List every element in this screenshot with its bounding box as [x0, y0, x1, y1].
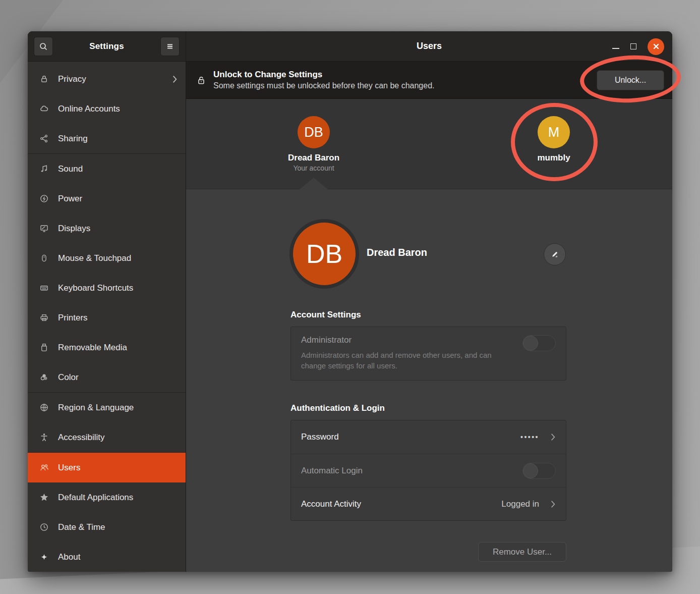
sidebar-item-label: Sound — [58, 164, 178, 174]
sidebar-item-privacy[interactable]: Privacy — [28, 64, 186, 94]
close-button[interactable] — [648, 38, 664, 55]
keyboard-icon — [39, 283, 49, 293]
administrator-label: Administrator — [301, 335, 556, 345]
unlock-banner-title: Unlock to Change Settings — [213, 69, 597, 80]
chevron-right-icon — [550, 500, 556, 508]
unlock-banner: Unlock to Change Settings Some settings … — [186, 62, 672, 99]
sidebar-item-printers[interactable]: Printers — [28, 303, 186, 333]
sidebar-item-label: Privacy — [58, 74, 172, 84]
unlock-button[interactable]: Unlock... — [597, 70, 664, 90]
printer-icon — [39, 313, 49, 323]
sidebar-item-label: Online Accounts — [58, 104, 178, 114]
toggle-knob — [523, 336, 538, 351]
sidebar-item-mouse-touchpad[interactable]: Mouse & Touchpad — [28, 243, 186, 273]
desktop-background: Settings Privacy — [0, 0, 700, 594]
sidebar-item-accessibility[interactable]: Accessibility — [28, 422, 186, 452]
search-button[interactable] — [34, 37, 53, 56]
close-icon — [653, 43, 660, 50]
automatic-login-label: Automatic Login — [301, 466, 363, 476]
profile-name: Dread Baron — [367, 247, 427, 258]
clock-icon — [39, 522, 49, 532]
edit-name-button[interactable] — [544, 243, 566, 265]
sidebar-item-label: Mouse & Touchpad — [58, 253, 178, 263]
account-settings-card: Administrator Administrators can add and… — [290, 327, 566, 381]
sidebar-item-power[interactable]: Power — [28, 184, 186, 213]
sidebar-item-label: Default Applications — [58, 493, 178, 503]
sidebar-item-label: Displays — [58, 224, 178, 234]
password-row[interactable]: Password ••••• — [291, 420, 566, 454]
menu-button[interactable] — [160, 37, 180, 56]
lock-icon — [196, 75, 206, 86]
toggle-knob — [523, 463, 538, 478]
sidebar-item-label: Sharing — [58, 134, 178, 144]
user-detail-panel: DB Dread Baron Account Settings Administ… — [186, 189, 672, 572]
your-account-label: Your account — [293, 164, 334, 172]
sidebar-item-default-applications[interactable]: Default Applications — [28, 482, 186, 512]
sidebar-item-about[interactable]: About — [28, 542, 186, 572]
music-note-icon — [39, 164, 49, 174]
minimize-button[interactable] — [612, 48, 619, 49]
sidebar-item-displays[interactable]: Displays — [28, 213, 186, 243]
sidebar-item-removable-media[interactable]: Removable Media — [28, 333, 186, 362]
power-icon — [39, 194, 49, 204]
account-activity-label: Account Activity — [301, 499, 361, 509]
sidebar-item-color[interactable]: Color — [28, 362, 186, 392]
accessibility-person-icon — [39, 433, 49, 443]
sidebar-item-label: Users — [58, 463, 178, 473]
sidebar-item-label: Accessibility — [58, 433, 178, 443]
page-title: Users — [417, 41, 442, 51]
sidebar-header: Settings — [28, 31, 186, 62]
user-carousel: DB Dread Baron Your account M mumbly — [186, 99, 672, 189]
password-label: Password — [301, 432, 339, 442]
lock-icon — [39, 74, 49, 84]
carousel-user-mumbly[interactable]: M mumbly — [513, 116, 594, 163]
sidebar-item-sharing[interactable]: Sharing — [28, 124, 186, 153]
sidebar-item-label: Removable Media — [58, 343, 178, 353]
sidebar-item-date-time[interactable]: Date & Time — [28, 512, 186, 542]
chevron-right-icon — [550, 433, 556, 441]
display-icon — [39, 224, 49, 234]
settings-window: Settings Privacy — [28, 31, 672, 572]
section-heading-authentication-login: Authentication & Login — [290, 403, 385, 413]
sidebar-item-online-accounts[interactable]: Online Accounts — [28, 94, 186, 124]
maximize-button[interactable] — [630, 43, 636, 49]
automatic-login-toggle[interactable] — [522, 463, 556, 479]
administrator-toggle[interactable] — [522, 335, 556, 351]
window-controls — [612, 31, 664, 62]
account-activity-value: Logged in — [501, 499, 539, 509]
pencil-icon — [550, 250, 559, 259]
sidebar-item-label: Color — [58, 372, 178, 383]
sidebar-item-label: Power — [58, 194, 178, 204]
sidebar-item-keyboard-shortcuts[interactable]: Keyboard Shortcuts — [28, 273, 186, 303]
account-activity-row[interactable]: Account Activity Logged in — [291, 487, 566, 520]
mouse-icon — [39, 253, 49, 263]
hamburger-menu-icon — [165, 42, 174, 51]
app-title: Settings — [89, 41, 124, 51]
authentication-login-card: Password ••••• Automatic Login — [290, 420, 566, 521]
sidebar-item-sound[interactable]: Sound — [28, 154, 186, 184]
profile-avatar[interactable]: DB — [293, 223, 356, 285]
sidebar-item-region-language[interactable]: Region & Language — [28, 393, 186, 422]
sidebar-item-label: Keyboard Shortcuts — [58, 283, 178, 293]
administrator-description: Administrators can add and remove other … — [301, 350, 513, 371]
user-name: mumbly — [537, 153, 570, 163]
unlock-banner-subtitle: Some settings must be unlocked before th… — [213, 80, 597, 91]
sidebar-item-users[interactable]: Users — [28, 453, 186, 482]
carousel-user-dread-baron[interactable]: DB Dread Baron Your account — [273, 116, 354, 172]
star-icon — [39, 493, 49, 503]
sidebar-nav: Privacy Online Accounts — [28, 62, 186, 572]
titlebar[interactable]: Users — [186, 31, 672, 62]
users-icon — [39, 463, 49, 473]
sparkle-icon — [39, 552, 49, 562]
remove-user-button[interactable]: Remove User... — [478, 542, 566, 562]
avatar: DB — [298, 116, 330, 148]
chevron-right-icon — [172, 75, 178, 83]
cloud-icon — [39, 104, 49, 114]
color-circles-icon — [39, 372, 49, 383]
sidebar-item-label: About — [58, 552, 178, 562]
main-panel: Users — [186, 31, 672, 572]
unlock-banner-text: Unlock to Change Settings Some settings … — [213, 69, 597, 91]
search-icon — [39, 42, 48, 51]
selected-user-notch — [300, 178, 328, 189]
share-icon — [39, 134, 49, 144]
